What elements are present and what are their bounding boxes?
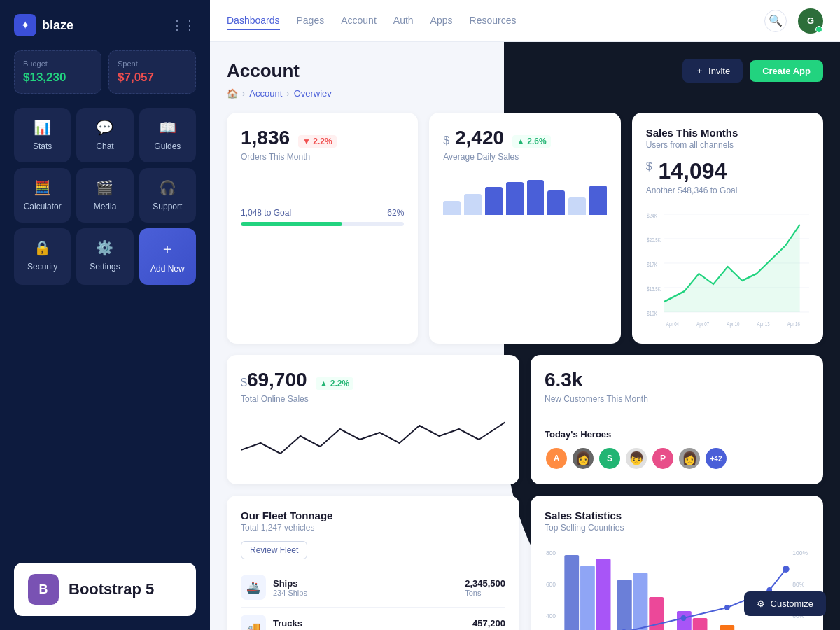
sidebar-item-chat[interactable]: 💬 Chat xyxy=(76,108,133,162)
fleet-ships-left: 🚢 Ships 234 Ships xyxy=(241,575,307,600)
ships-value: 2,345,500 xyxy=(465,578,505,589)
sidebar-item-support[interactable]: 🎧 Support xyxy=(139,168,196,223)
progress-bar-bg xyxy=(241,222,404,226)
wave-chart xyxy=(241,415,505,464)
svg-text:$13.5K: $13.5K xyxy=(647,286,661,293)
online-sales-label: Total Online Sales xyxy=(241,394,505,404)
sidebar-header: ✦ blaze ⋮⋮ xyxy=(14,14,196,36)
logo-text: blaze xyxy=(42,18,74,33)
hero-1: A xyxy=(545,447,568,470)
guides-icon: 📖 xyxy=(159,119,176,136)
sales-stats-title: Sales Statistics xyxy=(545,510,809,522)
online-sales-card: $69,700 ▲ 2.2% Total Online Sales xyxy=(227,355,519,484)
svg-text:Apr 13: Apr 13 xyxy=(757,321,769,328)
security-label: Security xyxy=(27,262,57,272)
orders-card: 1,836 ▼ 2.2% Orders This Month 1,048 to … xyxy=(227,113,418,344)
create-app-button[interactable]: Create App xyxy=(750,60,823,82)
nav-account[interactable]: Account xyxy=(341,12,377,30)
svg-text:Apr 10: Apr 10 xyxy=(727,321,739,328)
search-button[interactable]: 🔍 xyxy=(764,10,787,32)
sidebar-item-add-new[interactable]: ＋ Add New xyxy=(139,228,196,285)
topnav: Dashboards Pages Account Auth Apps Resou… xyxy=(210,0,840,42)
svg-rect-25 xyxy=(580,566,595,630)
bar-6 xyxy=(547,190,565,215)
svg-text:Apr 07: Apr 07 xyxy=(696,321,709,328)
sidebar-item-calculator[interactable]: 🧮 Calculator xyxy=(14,168,71,223)
bootstrap-badge: B Bootstrap 5 xyxy=(14,563,196,616)
security-icon: 🔒 xyxy=(34,239,51,256)
sales-stats-subtitle: Top Selling Countries xyxy=(545,523,809,533)
nav-apps[interactable]: Apps xyxy=(430,12,453,30)
svg-text:800: 800 xyxy=(546,550,556,556)
breadcrumb-overview: Overwiev xyxy=(294,88,332,99)
breadcrumb-sep2: › xyxy=(286,88,289,99)
heroes-title: Today's Heroes xyxy=(545,429,809,440)
invite-plus-icon: ＋ xyxy=(695,64,704,77)
svg-text:$17K: $17K xyxy=(647,261,657,268)
nav-pages[interactable]: Pages xyxy=(297,12,325,30)
spent-value: $7,057 xyxy=(118,71,187,85)
orders-value: 1,836 xyxy=(241,127,290,149)
nav-resources[interactable]: Resources xyxy=(470,12,517,30)
svg-text:100%: 100% xyxy=(792,550,808,556)
nav-dashboards[interactable]: Dashboards xyxy=(227,12,280,30)
customize-button[interactable]: ⚙ Customize xyxy=(744,592,826,616)
settings-icon: ⚙️ xyxy=(96,239,113,256)
trucks-icon: 🚚 xyxy=(241,615,266,630)
review-fleet-button[interactable]: Review Fleet xyxy=(241,541,307,559)
progress-label: 1,048 to Goal xyxy=(241,208,291,218)
bar-3 xyxy=(485,187,503,215)
sales-month-card: Sales This Months Users from all channel… xyxy=(632,113,823,344)
invite-button[interactable]: ＋ Invite xyxy=(682,59,743,83)
svg-text:400: 400 xyxy=(546,612,556,620)
sales-month-title: Sales This Months xyxy=(646,127,809,139)
svg-rect-32 xyxy=(720,625,734,630)
content-inner: Account ＋ Invite Create App 🏠 › Account … xyxy=(227,59,823,630)
budget-value: $13,230 xyxy=(23,71,92,85)
ships-count: 234 Ships xyxy=(273,589,307,597)
svg-text:$10K: $10K xyxy=(647,310,657,317)
sales-month-value: $ 14,094 xyxy=(646,158,809,184)
svg-point-37 xyxy=(724,605,730,610)
fleet-subtitle: Total 1,247 vehicles xyxy=(241,523,505,533)
guides-label: Guides xyxy=(154,141,181,151)
ships-icon: 🚢 xyxy=(241,575,266,600)
fleet-title: Our Fleet Tonnage xyxy=(241,510,505,522)
sidebar-item-guides[interactable]: 📖 Guides xyxy=(139,108,196,162)
fleet-row-ships: 🚢 Ships 234 Ships 2,345,500 Tons xyxy=(241,568,505,608)
svg-marker-15 xyxy=(664,225,800,312)
breadcrumb: 🏠 › Account › Overwiev xyxy=(227,88,823,99)
nav-auth[interactable]: Auth xyxy=(393,12,414,30)
media-label: Media xyxy=(94,202,117,211)
stats-label: Stats xyxy=(33,141,52,151)
orders-label: Orders This Month xyxy=(241,152,404,162)
spent-label: Spent xyxy=(118,59,187,68)
sales-month-subtitle: Users from all channels xyxy=(646,140,809,150)
media-icon: 🎬 xyxy=(96,179,113,196)
chat-label: Chat xyxy=(96,141,113,151)
user-avatar[interactable]: G xyxy=(798,8,823,34)
hero-4: 👦 xyxy=(624,447,648,470)
sidebar-item-media[interactable]: 🎬 Media xyxy=(76,168,133,223)
calculator-label: Calculator xyxy=(24,202,62,211)
hero-3: S xyxy=(598,447,622,470)
sidebar-item-security[interactable]: 🔒 Security xyxy=(14,228,71,285)
bar-8 xyxy=(589,186,607,216)
budget-section: Budget $13,230 Spent $7,057 xyxy=(14,50,196,94)
breadcrumb-home-icon[interactable]: 🏠 xyxy=(227,88,238,99)
calculator-icon: 🧮 xyxy=(34,179,51,196)
menu-icon[interactable]: ⋮⋮ xyxy=(171,18,196,33)
breadcrumb-account[interactable]: Account xyxy=(249,88,282,99)
settings-label: Settings xyxy=(90,262,120,272)
sidebar-item-settings[interactable]: ⚙️ Settings xyxy=(76,228,133,285)
logo-icon: ✦ xyxy=(14,14,36,36)
stats-grid: 1,836 ▼ 2.2% Orders This Month 1,048 to … xyxy=(227,113,823,344)
svg-rect-26 xyxy=(596,559,611,630)
budget-label: Budget xyxy=(23,59,92,68)
sales-month-goal: Another $48,346 to Goal xyxy=(646,186,809,195)
support-icon: 🎧 xyxy=(159,179,176,196)
bootstrap-text: Bootstrap 5 xyxy=(69,580,154,598)
sidebar-item-stats[interactable]: 📊 Stats xyxy=(14,108,71,162)
fleet-card: Our Fleet Tonnage Total 1,247 vehicles R… xyxy=(227,496,519,630)
bootstrap-logo: B xyxy=(28,574,59,605)
